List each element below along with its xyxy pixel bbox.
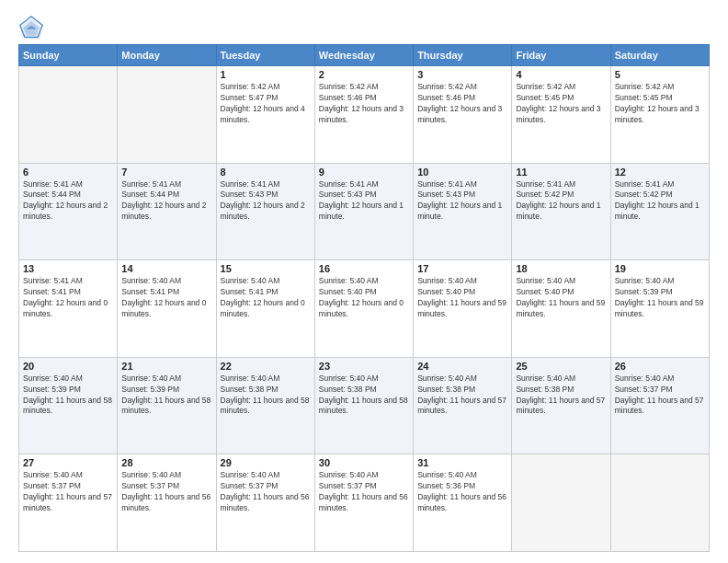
day-info: Sunrise: 5:40 AMSunset: 5:41 PMDaylight:… — [221, 276, 311, 320]
day-info: Sunrise: 5:40 AMSunset: 5:37 PMDaylight:… — [615, 373, 705, 418]
calendar-cell — [610, 454, 709, 552]
calendar-cell: 29Sunrise: 5:40 AMSunset: 5:37 PMDayligh… — [216, 454, 314, 552]
calendar-cell: 25Sunrise: 5:40 AMSunset: 5:38 PMDayligh… — [512, 357, 610, 454]
calendar-cell — [118, 66, 216, 164]
calendar-cell: 14Sunrise: 5:40 AMSunset: 5:41 PMDayligh… — [118, 260, 216, 358]
day-number: 25 — [516, 361, 606, 372]
calendar-cell: 7Sunrise: 5:41 AMSunset: 5:44 PMDaylight… — [118, 163, 216, 260]
day-info: Sunrise: 5:40 AMSunset: 5:38 PMDaylight:… — [319, 373, 409, 418]
day-info: Sunrise: 5:40 AMSunset: 5:39 PMDaylight:… — [615, 276, 705, 320]
calendar-header-tuesday: Tuesday — [216, 45, 314, 66]
calendar-cell: 21Sunrise: 5:40 AMSunset: 5:39 PMDayligh… — [118, 357, 216, 454]
day-number: 16 — [319, 263, 409, 274]
calendar-cell: 22Sunrise: 5:40 AMSunset: 5:38 PMDayligh… — [216, 357, 314, 454]
day-number: 18 — [516, 263, 606, 274]
day-info: Sunrise: 5:42 AMSunset: 5:46 PMDaylight:… — [319, 82, 409, 126]
day-number: 13 — [23, 263, 113, 274]
calendar-cell — [19, 66, 118, 164]
day-info: Sunrise: 5:40 AMSunset: 5:38 PMDaylight:… — [417, 373, 507, 418]
calendar-cell: 30Sunrise: 5:40 AMSunset: 5:37 PMDayligh… — [314, 454, 413, 552]
day-number: 23 — [319, 361, 409, 372]
calendar-cell: 23Sunrise: 5:40 AMSunset: 5:38 PMDayligh… — [314, 357, 413, 454]
day-number: 19 — [615, 263, 705, 274]
calendar-cell: 11Sunrise: 5:41 AMSunset: 5:42 PMDayligh… — [512, 163, 610, 260]
calendar-cell: 26Sunrise: 5:40 AMSunset: 5:37 PMDayligh… — [610, 357, 709, 454]
calendar-header-wednesday: Wednesday — [314, 45, 413, 66]
day-number: 3 — [417, 69, 507, 80]
calendar-header-friday: Friday — [512, 45, 610, 66]
calendar-header-row: SundayMondayTuesdayWednesdayThursdayFrid… — [19, 45, 710, 66]
day-info: Sunrise: 5:41 AMSunset: 5:42 PMDaylight:… — [516, 179, 606, 224]
day-number: 15 — [221, 263, 311, 274]
day-number: 6 — [23, 167, 113, 178]
calendar-cell: 4Sunrise: 5:42 AMSunset: 5:45 PMDaylight… — [512, 66, 610, 164]
calendar-cell: 16Sunrise: 5:40 AMSunset: 5:40 PMDayligh… — [314, 260, 413, 358]
day-number: 7 — [121, 167, 211, 178]
day-info: Sunrise: 5:41 AMSunset: 5:44 PMDaylight:… — [121, 179, 211, 224]
day-number: 24 — [417, 361, 507, 372]
calendar-header-monday: Monday — [118, 45, 216, 66]
day-number: 8 — [221, 167, 311, 178]
calendar-cell: 13Sunrise: 5:41 AMSunset: 5:41 PMDayligh… — [19, 260, 118, 358]
calendar-week-row: 13Sunrise: 5:41 AMSunset: 5:41 PMDayligh… — [19, 260, 710, 358]
day-info: Sunrise: 5:41 AMSunset: 5:43 PMDaylight:… — [221, 179, 311, 224]
day-number: 22 — [221, 361, 311, 372]
calendar-cell: 17Sunrise: 5:40 AMSunset: 5:40 PMDayligh… — [414, 260, 512, 358]
day-number: 27 — [23, 457, 113, 468]
day-number: 21 — [121, 361, 211, 372]
day-number: 17 — [417, 263, 507, 274]
calendar-week-row: 6Sunrise: 5:41 AMSunset: 5:44 PMDaylight… — [19, 163, 710, 260]
day-info: Sunrise: 5:41 AMSunset: 5:41 PMDaylight:… — [23, 276, 113, 320]
calendar-table: SundayMondayTuesdayWednesdayThursdayFrid… — [18, 44, 710, 552]
day-info: Sunrise: 5:40 AMSunset: 5:37 PMDaylight:… — [221, 470, 311, 514]
logo — [18, 15, 48, 40]
calendar-cell: 10Sunrise: 5:41 AMSunset: 5:43 PMDayligh… — [414, 163, 512, 260]
calendar-cell: 28Sunrise: 5:40 AMSunset: 5:37 PMDayligh… — [118, 454, 216, 552]
calendar-cell — [512, 454, 610, 552]
day-number: 2 — [319, 69, 409, 80]
day-info: Sunrise: 5:42 AMSunset: 5:46 PMDaylight:… — [417, 82, 507, 126]
calendar-cell: 1Sunrise: 5:42 AMSunset: 5:47 PMDaylight… — [216, 66, 314, 164]
day-number: 9 — [319, 167, 409, 178]
calendar-cell: 3Sunrise: 5:42 AMSunset: 5:46 PMDaylight… — [414, 66, 512, 164]
day-info: Sunrise: 5:40 AMSunset: 5:39 PMDaylight:… — [121, 373, 211, 418]
day-info: Sunrise: 5:40 AMSunset: 5:40 PMDaylight:… — [417, 276, 507, 320]
day-info: Sunrise: 5:41 AMSunset: 5:44 PMDaylight:… — [23, 179, 113, 224]
day-number: 1 — [221, 69, 311, 80]
day-number: 11 — [516, 167, 606, 178]
day-info: Sunrise: 5:40 AMSunset: 5:38 PMDaylight:… — [516, 373, 606, 418]
page: SundayMondayTuesdayWednesdayThursdayFrid… — [0, 0, 728, 563]
day-number: 4 — [516, 69, 606, 80]
calendar-cell: 2Sunrise: 5:42 AMSunset: 5:46 PMDaylight… — [314, 66, 413, 164]
day-info: Sunrise: 5:41 AMSunset: 5:42 PMDaylight:… — [615, 179, 705, 224]
calendar-cell: 18Sunrise: 5:40 AMSunset: 5:40 PMDayligh… — [512, 260, 610, 358]
logo-icon — [18, 15, 44, 40]
day-info: Sunrise: 5:42 AMSunset: 5:47 PMDaylight:… — [221, 82, 311, 126]
calendar-cell: 15Sunrise: 5:40 AMSunset: 5:41 PMDayligh… — [216, 260, 314, 358]
calendar-header-sunday: Sunday — [19, 45, 118, 66]
calendar-cell: 31Sunrise: 5:40 AMSunset: 5:36 PMDayligh… — [414, 454, 512, 552]
calendar-cell: 5Sunrise: 5:42 AMSunset: 5:45 PMDaylight… — [610, 66, 709, 164]
day-number: 28 — [121, 457, 211, 468]
day-info: Sunrise: 5:40 AMSunset: 5:41 PMDaylight:… — [121, 276, 211, 320]
day-number: 14 — [121, 263, 211, 274]
day-number: 20 — [23, 361, 113, 372]
day-info: Sunrise: 5:40 AMSunset: 5:38 PMDaylight:… — [221, 373, 311, 418]
day-number: 10 — [417, 167, 507, 178]
day-info: Sunrise: 5:40 AMSunset: 5:40 PMDaylight:… — [319, 276, 409, 320]
day-number: 29 — [221, 457, 311, 468]
day-info: Sunrise: 5:40 AMSunset: 5:39 PMDaylight:… — [23, 373, 113, 418]
day-number: 31 — [417, 457, 507, 468]
day-info: Sunrise: 5:40 AMSunset: 5:37 PMDaylight:… — [23, 470, 113, 514]
calendar-cell: 27Sunrise: 5:40 AMSunset: 5:37 PMDayligh… — [19, 454, 118, 552]
calendar-cell: 19Sunrise: 5:40 AMSunset: 5:39 PMDayligh… — [610, 260, 709, 358]
calendar-header-saturday: Saturday — [610, 45, 709, 66]
day-info: Sunrise: 5:40 AMSunset: 5:37 PMDaylight:… — [121, 470, 211, 514]
day-number: 5 — [615, 69, 705, 80]
day-number: 26 — [615, 361, 705, 372]
calendar-cell: 12Sunrise: 5:41 AMSunset: 5:42 PMDayligh… — [610, 163, 709, 260]
day-info: Sunrise: 5:40 AMSunset: 5:37 PMDaylight:… — [319, 470, 409, 514]
day-info: Sunrise: 5:42 AMSunset: 5:45 PMDaylight:… — [516, 82, 606, 126]
calendar-cell: 6Sunrise: 5:41 AMSunset: 5:44 PMDaylight… — [19, 163, 118, 260]
day-info: Sunrise: 5:42 AMSunset: 5:45 PMDaylight:… — [615, 82, 705, 126]
